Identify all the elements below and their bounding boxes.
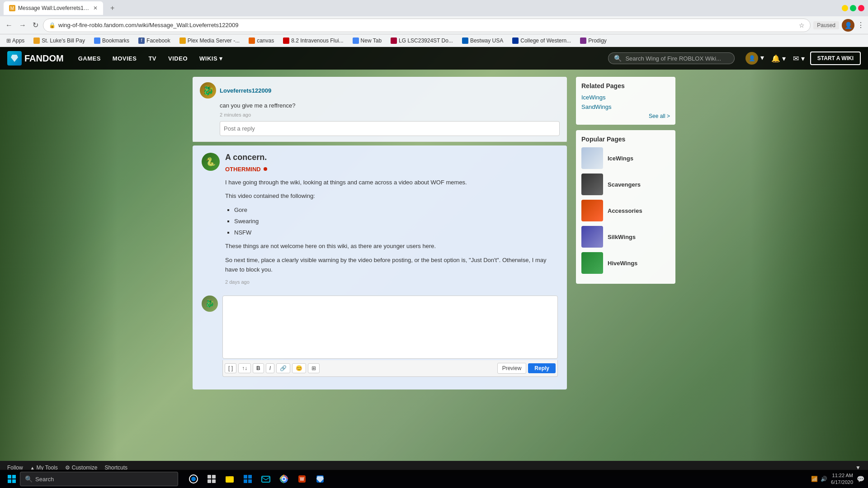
main-layout: 🐉 Loveferrets122009 can you give me a re… <box>185 70 683 474</box>
address-bar[interactable]: 🔒 wing-of-fire-roblo.fandom.com/wiki/Mes… <box>43 19 811 32</box>
toolbar-table-button[interactable]: ⊞ <box>308 363 320 373</box>
bookmark-stlukes[interactable]: St. Luke's Bill Pay <box>31 37 88 45</box>
lg-label: LG LSC23924ST Do... <box>399 38 453 44</box>
taskbar-file-explorer[interactable] <box>222 471 238 487</box>
header-search-input[interactable] <box>625 55 729 62</box>
toolbar-bracket-button[interactable]: [ ] <box>225 363 236 373</box>
tab-title: Message Wall:Loveferrets12200 <box>18 5 90 11</box>
plex-favicon <box>179 38 186 44</box>
user-dropdown-icon: ▾ <box>760 54 764 61</box>
fandom-logo[interactable]: FANDOM <box>7 51 64 66</box>
header-search[interactable]: 🔍 <box>608 52 735 64</box>
svg-rect-0 <box>8 475 11 479</box>
related-icewings[interactable]: IceWings <box>581 94 670 101</box>
nav-video[interactable]: VIDEO <box>163 52 193 66</box>
bookmark-facebook[interactable]: f Facebook <box>136 37 173 45</box>
apps-bookmark[interactable]: ⊞ Apps <box>4 37 27 45</box>
preview-button[interactable]: Preview <box>497 363 527 374</box>
taskbar-task-view[interactable] <box>203 471 220 487</box>
popular-icewings[interactable]: IceWings <box>581 147 670 169</box>
volume-icon: 🔊 <box>821 476 827 482</box>
concern-warning: These things are not welcome here on thi… <box>225 242 558 251</box>
extension-button[interactable]: ⋮ <box>857 21 864 29</box>
toolbar-link-button[interactable]: 🔗 <box>276 363 290 373</box>
new-tab-button[interactable]: + <box>107 2 118 14</box>
taskbar-search[interactable]: 🔍 Search <box>20 472 178 486</box>
reply-avatar: 🐉 <box>202 296 218 312</box>
close-window-button[interactable] <box>858 5 864 11</box>
first-message-time: 2 minutes ago <box>220 112 560 117</box>
taskbar-fandom-app[interactable] <box>312 471 328 487</box>
first-reply-box[interactable] <box>220 121 560 136</box>
user-avatar-button[interactable]: 👤 ▾ <box>744 50 765 66</box>
reply-button[interactable]: Reply <box>528 363 556 373</box>
taskbar-store[interactable] <box>240 471 256 487</box>
taskbar-clock[interactable]: 11:22 AM 6/17/2020 <box>831 472 853 486</box>
taskbar-cortana[interactable] <box>185 471 202 487</box>
active-tab[interactable]: M Message Wall:Loveferrets12200 ✕ <box>4 1 103 15</box>
related-sandwings[interactable]: SandWings <box>581 103 670 110</box>
toolbar-emoji-button[interactable]: 😊 <box>292 363 306 373</box>
see-all-link[interactable]: See all > <box>649 113 670 119</box>
list-item-nsfw: NSFW <box>234 228 558 238</box>
bookmarks-label: Bookmarks <box>102 38 129 44</box>
tab-close-button[interactable]: ✕ <box>93 5 98 11</box>
forward-button[interactable]: → <box>17 19 28 31</box>
concern-title: A concern. <box>225 153 558 162</box>
nav-tv[interactable]: TV <box>143 52 162 66</box>
bookmark-bookmarks[interactable]: Bookmarks <box>91 37 132 45</box>
svg-rect-7 <box>212 475 216 479</box>
windows-start-button[interactable] <box>4 471 20 487</box>
profile-button[interactable]: 👤 <box>842 19 854 32</box>
taskbar-pinned-apps: W <box>185 471 328 487</box>
plex-label: Plex Media Server -... <box>188 38 240 44</box>
restore-button[interactable] <box>850 5 856 11</box>
popular-hivewings[interactable]: HiveWings <box>581 252 670 274</box>
minimize-button[interactable] <box>842 5 848 11</box>
popular-accessories[interactable]: Accessories <box>581 200 670 221</box>
back-button[interactable]: ← <box>4 19 14 31</box>
bookmark-intravenous[interactable]: 8.2 Intravenous Flui... <box>280 37 346 45</box>
notification-button[interactable]: 💬 <box>857 475 864 483</box>
nav-games[interactable]: GAMES <box>73 52 106 66</box>
bookmark-college[interactable]: College of Western... <box>509 37 574 45</box>
bookmark-prodigy[interactable]: Prodigy <box>577 37 609 45</box>
taskbar-mail[interactable] <box>258 471 274 487</box>
accessories-thumb <box>581 200 603 221</box>
reload-button[interactable]: ↻ <box>31 19 40 31</box>
othermind-username[interactable]: OTHERMIND <box>225 166 261 173</box>
canvas-favicon <box>249 38 255 44</box>
bookmark-lg[interactable]: LG LSC23924ST Do... <box>388 37 456 45</box>
bookmark-newtab[interactable]: New Tab <box>350 37 384 45</box>
nav-wikis[interactable]: WIKIS ▾ <box>194 52 228 66</box>
svg-rect-3 <box>12 479 16 483</box>
bookmark-bestway[interactable]: Bestway USA <box>459 37 506 45</box>
bg-right-decor <box>750 47 868 474</box>
popular-scavengers[interactable]: Scavengers <box>581 174 670 195</box>
notifications-button[interactable]: 🔔 ▾ <box>769 52 788 65</box>
toolbar-bold-button[interactable]: B <box>253 363 264 373</box>
svg-rect-11 <box>244 475 247 479</box>
toolbar-arrows-button[interactable]: ↑↓ <box>238 363 251 373</box>
popular-silkwings[interactable]: SilkWings <box>581 226 670 248</box>
start-wiki-button[interactable]: START A WIKI <box>810 52 861 65</box>
loveferrets-username[interactable]: Loveferrets122009 <box>220 87 560 94</box>
nav-movies[interactable]: MOVIES <box>107 52 142 66</box>
bookmark-plex[interactable]: Plex Media Server -... <box>177 37 242 45</box>
system-icons: 📶 🔊 <box>811 476 827 482</box>
windows-logo-icon <box>7 474 16 483</box>
header-icons: 👤 ▾ 🔔 ▾ ✉ ▾ START A WIKI <box>744 50 861 66</box>
bookmark-canvas[interactable]: canvas <box>246 37 277 45</box>
taskbar-unknown-app[interactable]: W <box>294 471 310 487</box>
lg-favicon <box>391 38 397 44</box>
reply-textarea[interactable] <box>222 296 558 359</box>
messages-button[interactable]: ✉ ▾ <box>791 52 806 65</box>
page-wrapper: FANDOM GAMES MOVIES TV VIDEO WIKIS ▾ 🔍 <box>0 47 868 474</box>
toolbar-italic-button[interactable]: I <box>266 363 274 373</box>
messages-chevron-icon: ▾ <box>801 55 805 62</box>
first-message-meta: Loveferrets122009 <box>220 87 560 94</box>
taskbar-chrome[interactable] <box>276 471 292 487</box>
first-reply-input[interactable] <box>220 121 560 136</box>
bookmark-star-icon[interactable]: ☆ <box>799 22 805 29</box>
popular-pages-title: Popular Pages <box>581 136 670 143</box>
